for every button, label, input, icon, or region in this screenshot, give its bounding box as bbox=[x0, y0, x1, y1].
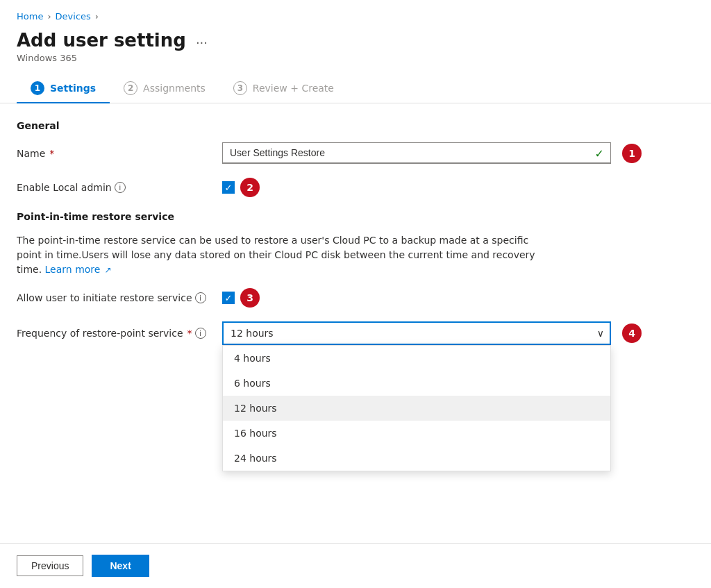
enable-local-admin-row: Enable Local admin i ✓ 2 bbox=[17, 178, 694, 197]
enable-local-admin-checkbox-wrapper: ✓ 2 bbox=[222, 178, 260, 197]
step-badge-3: 3 bbox=[240, 288, 260, 308]
breadcrumb: Home › Devices › bbox=[0, 0, 711, 27]
allow-restore-label: Allow user to initiate restore service i bbox=[17, 292, 211, 303]
tab-assignments-label: Assignments bbox=[143, 83, 206, 94]
footer-bar: Previous Next bbox=[0, 543, 711, 588]
option-24hours[interactable]: 24 hours bbox=[223, 446, 610, 471]
previous-button[interactable]: Previous bbox=[17, 555, 83, 576]
pitr-section-title: Point-in-time restore service bbox=[17, 211, 694, 222]
frequency-dropdown[interactable]: 12 hours bbox=[222, 321, 611, 345]
enable-local-admin-info-icon[interactable]: i bbox=[115, 182, 126, 193]
tab-assignments[interactable]: 2 Assignments bbox=[110, 74, 219, 103]
tab-review-circle: 3 bbox=[233, 81, 247, 95]
more-options-icon[interactable]: ··· bbox=[192, 34, 212, 51]
checkmark-icon: ✓ bbox=[225, 183, 233, 192]
learn-more-link[interactable]: Learn more ↗ bbox=[45, 264, 112, 275]
page-header: Add user setting Windows 365 ··· bbox=[0, 27, 711, 74]
name-input-wrapper: ✓ bbox=[222, 142, 611, 164]
required-indicator: * bbox=[49, 148, 54, 159]
option-12hours[interactable]: 12 hours bbox=[223, 396, 610, 421]
allow-restore-checkbox-wrapper: ✓ 3 bbox=[222, 288, 260, 308]
option-4hours[interactable]: 4 hours bbox=[223, 346, 610, 371]
main-content: General Name * ✓ 1 Enable Local admin i … bbox=[0, 103, 711, 543]
frequency-row: Frequency of restore-point service * i 1… bbox=[17, 321, 694, 345]
breadcrumb-devices[interactable]: Devices bbox=[56, 11, 91, 22]
frequency-label: Frequency of restore-point service * i bbox=[17, 328, 211, 339]
tab-review[interactable]: 3 Review + Create bbox=[219, 74, 348, 103]
tab-review-label: Review + Create bbox=[253, 83, 334, 94]
name-field-row: Name * ✓ 1 bbox=[17, 142, 694, 164]
page-title: Add user setting bbox=[17, 30, 186, 51]
frequency-dropdown-wrapper: 12 hours ∨ 4 hours 6 hours 12 hours 16 h… bbox=[222, 321, 611, 345]
checkmark-allow-icon: ✓ bbox=[225, 294, 233, 303]
name-label: Name * bbox=[17, 148, 211, 159]
next-button[interactable]: Next bbox=[92, 555, 149, 577]
tab-settings-circle: 1 bbox=[31, 81, 44, 95]
check-icon: ✓ bbox=[595, 146, 604, 160]
breadcrumb-home[interactable]: Home bbox=[17, 11, 43, 22]
frequency-dropdown-menu: 4 hours 6 hours 12 hours 16 hours 24 hou… bbox=[222, 345, 611, 471]
pitr-section: Point-in-time restore service The point-… bbox=[17, 211, 694, 345]
step-badge-4: 4 bbox=[622, 324, 642, 343]
general-section-title: General bbox=[17, 120, 694, 131]
page-subtitle: Windows 365 bbox=[17, 53, 186, 63]
enable-local-admin-checkbox[interactable]: ✓ bbox=[222, 181, 235, 194]
step-badge-2: 2 bbox=[240, 178, 260, 197]
allow-restore-info-icon[interactable]: i bbox=[195, 292, 206, 303]
tab-settings-label: Settings bbox=[50, 83, 96, 94]
name-input[interactable] bbox=[222, 142, 611, 164]
option-6hours[interactable]: 6 hours bbox=[223, 371, 610, 396]
tab-settings[interactable]: 1 Settings bbox=[17, 74, 110, 103]
external-link-icon: ↗ bbox=[105, 265, 112, 275]
allow-restore-checkbox[interactable]: ✓ bbox=[222, 292, 235, 304]
enable-local-admin-label: Enable Local admin i bbox=[17, 182, 211, 193]
tab-assignments-circle: 2 bbox=[124, 81, 137, 95]
step-badge-1: 1 bbox=[622, 144, 642, 163]
frequency-required-indicator: * bbox=[187, 328, 192, 339]
pitr-description: The point-in-time restore service can be… bbox=[17, 233, 537, 277]
option-16hours[interactable]: 16 hours bbox=[223, 421, 610, 446]
allow-restore-row: Allow user to initiate restore service i… bbox=[17, 288, 694, 308]
frequency-info-icon[interactable]: i bbox=[195, 328, 206, 339]
tabs-bar: 1 Settings 2 Assignments 3 Review + Crea… bbox=[0, 74, 711, 103]
